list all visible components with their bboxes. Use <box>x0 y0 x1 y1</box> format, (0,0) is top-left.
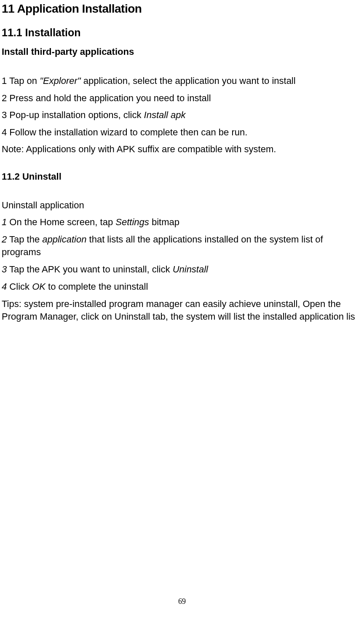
text: bitmap <box>149 217 179 227</box>
subsection-subtitle: Install third-party applications <box>2 46 362 57</box>
text: to complete the uninstall <box>46 281 148 292</box>
step-number: 3 <box>2 264 7 275</box>
uninstall-step-1: 1 On the Home screen, tap Settings bitma… <box>2 216 362 228</box>
step-number: 2 <box>2 234 7 245</box>
italic-text: Install apk <box>144 110 186 120</box>
install-step-1: 1 Tap on "Explorer" application, select … <box>2 75 362 87</box>
uninstall-tips: Tips: system pre-installed program manag… <box>2 298 362 323</box>
install-note: Note: Applications only with APK suffix … <box>2 143 362 155</box>
step-number: 1 <box>2 217 7 227</box>
text: Tap the APK you want to uninstall, click <box>7 264 172 275</box>
uninstall-step-3: 3 Tap the APK you want to uninstall, cli… <box>2 264 362 275</box>
text: On the Home screen, tap <box>7 217 115 227</box>
text: 1 Tap on <box>2 75 40 86</box>
italic-text: Settings <box>115 217 149 227</box>
install-step-3: 3 Pop-up installation options, click Ins… <box>2 109 362 121</box>
step-number: 4 <box>2 281 7 292</box>
italic-text: Uninstall <box>173 264 208 275</box>
text: application, select the application you … <box>81 75 296 86</box>
page-number: 69 <box>0 597 364 606</box>
text: Tap the <box>7 234 42 245</box>
install-step-2: 2 Press and hold the application you nee… <box>2 92 362 104</box>
section-heading: 11 Application Installation <box>2 2 362 16</box>
subsection-subtitle: Uninstall application <box>2 200 362 211</box>
italic-text: "Explorer" <box>40 75 81 86</box>
document-page: 11 Application Installation 11.1 Install… <box>0 0 362 323</box>
install-step-4: 4 Follow the installation wizard to comp… <box>2 127 362 138</box>
italic-text: OK <box>32 281 46 292</box>
uninstall-step-2: 2 Tap the application that lists all the… <box>2 233 362 258</box>
uninstall-step-4: 4 Click OK to complete the uninstall <box>2 281 362 293</box>
italic-text: application <box>42 234 86 245</box>
text: Click <box>7 281 32 292</box>
text: 3 Pop-up installation options, click <box>2 110 144 120</box>
subsection-heading: 11.1 Installation <box>2 27 362 39</box>
subsection-heading: 11.2 Uninstall <box>2 171 362 182</box>
